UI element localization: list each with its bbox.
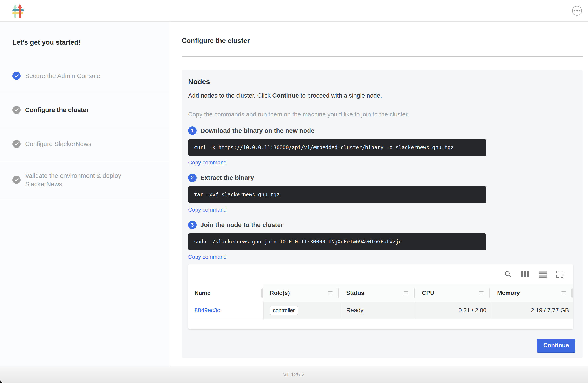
check-icon (12, 72, 21, 80)
column-header-memory[interactable]: Memory (491, 284, 573, 302)
search-button[interactable] (504, 271, 511, 278)
node-table-row: 8849ec3c controller Ready 0.31 / 2.00 2.… (188, 302, 573, 319)
page: Let's get you started! Secure the Admin … (0, 0, 588, 383)
column-menu-icon[interactable] (479, 292, 483, 295)
role-badge: controller (270, 306, 298, 315)
nodes-intro: Add nodes to the cluster. Click Continue… (188, 92, 576, 99)
nodes-table-card: Name Role(s) Status (188, 264, 573, 329)
density-icon (539, 270, 546, 278)
node-name-cell: 8849ec3c (188, 302, 263, 319)
sidebar-item-label: Validate the environment & deploy Slacke… (25, 171, 144, 188)
sidebar-item-label: Secure the Admin Console (25, 72, 100, 80)
nodes-card: Nodes Add nodes to the cluster. Click Co… (182, 70, 583, 358)
column-resize-handle[interactable] (261, 288, 263, 298)
join-command-code: sudo ./slackernews-gnu join 10.0.0.11:30… (188, 233, 486, 250)
fullscreen-button[interactable] (556, 271, 564, 278)
continue-keyword: Continue (272, 92, 299, 99)
nodes-heading: Nodes (188, 78, 576, 86)
step-2-heading: 2 Extract the binary (188, 173, 576, 182)
check-icon (12, 106, 21, 114)
column-resize-handle[interactable] (338, 288, 339, 298)
sidebar-item-label: Configure SlackerNews (25, 140, 91, 148)
search-icon (504, 271, 511, 278)
app-logo-icon (12, 4, 24, 18)
sidebar-item-validate-deploy[interactable]: Validate the environment & deploy Slacke… (0, 161, 169, 199)
title-divider (182, 56, 583, 57)
step-number-badge: 1 (188, 127, 197, 135)
column-menu-icon[interactable] (404, 292, 408, 295)
nodes-table: Name Role(s) Status (188, 284, 573, 319)
column-header-cpu[interactable]: CPU (416, 284, 491, 302)
page-title: Configure the cluster (182, 37, 583, 44)
footer: v1.125.2 (0, 366, 588, 383)
join-hint: Copy the commands and run them on the ma… (188, 111, 576, 118)
check-icon (12, 176, 21, 184)
step-3-heading: 3 Join the node to the cluster (188, 221, 576, 229)
table-header-row: Name Role(s) Status (188, 284, 573, 302)
download-command-code: curl -k https://10.0.0.11:30000/api/v1/e… (188, 139, 486, 156)
column-header-status[interactable]: Status (340, 284, 416, 302)
node-name-link[interactable]: 8849ec3c (194, 307, 220, 314)
columns-icon (521, 271, 529, 277)
column-menu-icon[interactable] (561, 292, 566, 295)
table-toolbar (188, 264, 573, 284)
column-resize-handle[interactable] (414, 288, 415, 298)
more-options-button[interactable] (572, 6, 582, 16)
step-number-badge: 2 (188, 173, 197, 182)
node-roles-cell: controller (263, 302, 340, 319)
column-header-roles[interactable]: Role(s) (263, 284, 340, 302)
step-number-badge: 3 (188, 221, 197, 229)
sidebar-item-label: Configure the cluster (25, 106, 89, 114)
extract-command-code: tar -xvf slackernews-gnu.tgz (188, 186, 486, 203)
copy-command-link-3[interactable]: Copy command (188, 254, 227, 260)
node-memory-cell: 2.19 / 7.77 GB (491, 302, 573, 319)
card-actions: Continue (188, 339, 576, 353)
fullscreen-icon (556, 271, 564, 278)
node-cpu-cell: 0.31 / 2.00 (416, 302, 491, 319)
sidebar-item-configure-cluster[interactable]: Configure the cluster (0, 93, 169, 127)
column-resize-handle[interactable] (489, 288, 490, 298)
column-header-name[interactable]: Name (188, 284, 263, 302)
node-status-cell: Ready (340, 302, 416, 319)
sidebar-item-configure-slackernews[interactable]: Configure SlackerNews (0, 127, 169, 161)
sidebar-item-secure-admin-console[interactable]: Secure the Admin Console (0, 59, 169, 93)
check-icon (12, 140, 21, 148)
top-header (0, 0, 588, 21)
ellipsis-icon (574, 10, 580, 11)
column-menu-icon[interactable] (328, 292, 333, 295)
app-version: v1.125.2 (283, 371, 305, 378)
columns-button[interactable] (521, 271, 529, 277)
step-1-heading: 1 Download the binary on the new node (188, 127, 576, 135)
density-button[interactable] (539, 270, 546, 278)
column-resize-handle[interactable] (571, 288, 573, 298)
screen-corner-artifact (0, 380, 2, 383)
copy-command-link-2[interactable]: Copy command (188, 207, 227, 213)
sidebar-title: Let's get you started! (0, 21, 169, 59)
copy-command-link-1[interactable]: Copy command (188, 159, 227, 166)
setup-steps-sidebar: Let's get you started! Secure the Admin … (0, 21, 169, 366)
continue-button[interactable]: Continue (537, 339, 575, 353)
main-content: Configure the cluster Nodes Add nodes to… (169, 21, 588, 366)
